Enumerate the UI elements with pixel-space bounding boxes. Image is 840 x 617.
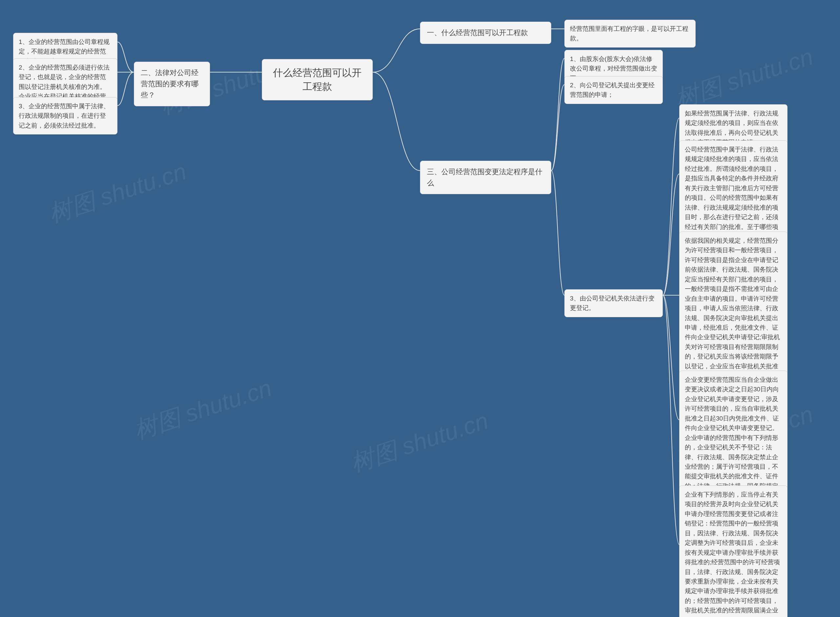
branch-3[interactable]: 三、公司经营范围变更法定程序是什么 xyxy=(420,161,551,194)
center-title: 什么经营范围可以开工程款 xyxy=(273,67,362,92)
branch-1-leaf[interactable]: 经营范围里面有工程的字眼，是可以开工程款。 xyxy=(564,20,695,47)
branch-3-leaf-3-text: 3、由公司登记机关依法进行变更登记。 xyxy=(570,295,655,311)
branch-2-title: 二、法律对公司经营范围的要求有哪些？ xyxy=(141,69,199,99)
branch-3-leaf-3[interactable]: 3、由公司登记机关依法进行变更登记。 xyxy=(564,289,663,317)
branch-3-title: 三、公司经营范围变更法定程序是什么 xyxy=(427,168,542,187)
branch-3-leaf-3-sub-5-text: 企业有下列情形的，应当停止有关项目的经营并及时向企业登记机关申请办理经营范围变更… xyxy=(685,491,780,617)
watermark: 树图 shutu.cn xyxy=(347,405,493,479)
branch-1[interactable]: 一、什么经营范围可以开工程款 xyxy=(420,22,551,44)
branch-3-leaf-2-text: 2、向公司登记机关提出变更经营范围的申请； xyxy=(570,82,655,98)
branch-2[interactable]: 二、法律对公司经营范围的要求有哪些？ xyxy=(134,62,210,106)
branch-3-leaf-2[interactable]: 2、向公司登记机关提出变更经营范围的申请； xyxy=(564,76,663,104)
center-node[interactable]: 什么经营范围可以开工程款 xyxy=(262,59,373,100)
branch-2-leaf-3-text: 3、企业的经营范围中属于法律、行政法规限制的项目，在进行登记之前，必须依法经过批… xyxy=(19,103,109,129)
branch-1-leaf-text: 经营范围里面有工程的字眼，是可以开工程款。 xyxy=(570,25,688,42)
watermark: 树图 shutu.cn xyxy=(44,156,190,230)
watermark: 树图 shutu.cn xyxy=(130,372,276,446)
branch-1-title: 一、什么经营范围可以开工程款 xyxy=(427,28,528,37)
branch-3-leaf-3-sub-5[interactable]: 企业有下列情形的，应当停止有关项目的经营并及时向企业登记机关申请办理经营范围变更… xyxy=(679,486,787,617)
branch-2-leaf-3[interactable]: 3、企业的经营范围中属于法律、行政法规限制的项目，在进行登记之前，必须依法经过批… xyxy=(13,97,118,134)
